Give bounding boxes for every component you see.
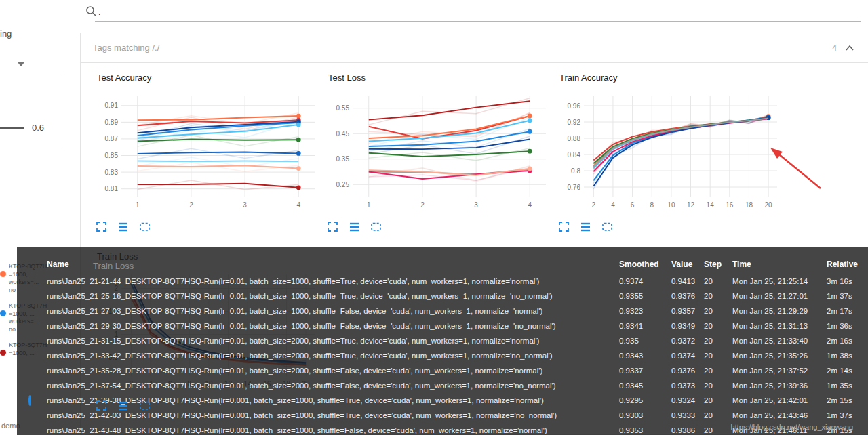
data-series-icon[interactable]	[580, 221, 591, 232]
svg-text:2: 2	[592, 201, 596, 209]
column-header-value: Value	[671, 257, 704, 272]
cell-value: 0.9349	[671, 318, 704, 333]
cell-time: Mon Jan 25, 21:25:14	[732, 274, 827, 289]
expand-chart-icon[interactable]	[327, 221, 338, 232]
cell-time: Mon Jan 25, 21:39:36	[732, 378, 827, 393]
tag-filter-row: .	[80, 0, 868, 27]
chart-title: Test Loss	[327, 72, 553, 90]
svg-text:0.85: 0.85	[105, 152, 119, 159]
svg-text:0.91: 0.91	[105, 102, 119, 109]
expand-chart-icon[interactable]	[96, 400, 107, 411]
svg-text:4: 4	[611, 201, 615, 209]
svg-text:2: 2	[189, 201, 193, 209]
chart-toolbar	[96, 394, 321, 417]
svg-text:0.76: 0.76	[568, 184, 581, 191]
cell-time: Mon Jan 25, 21:43:46	[732, 408, 827, 423]
run-color-cell	[17, 348, 47, 363]
chart-plot[interactable]: 0.810.830.850.870.890.911234	[96, 90, 321, 212]
svg-text:14: 14	[707, 201, 715, 209]
search-underline	[95, 21, 861, 22]
table-row: runs\Jan25_21-21-44_DESKTOP-8QT7HSQ-Run(…	[17, 274, 868, 289]
chart-plot[interactable]: 0.760.80.840.880.920.962468101214161820	[558, 90, 784, 212]
run-toggle-dot[interactable]	[0, 271, 6, 277]
chart-test-loss: Test Loss0.250.350.450.551234	[327, 72, 553, 238]
cell-step: 20	[704, 348, 732, 363]
cell-name: runs\Jan25_21-43-48_DESKTOP-8QT7HSQ-Run(…	[47, 423, 619, 435]
svg-text:0.55: 0.55	[336, 104, 350, 112]
fit-domain-icon[interactable]	[601, 221, 613, 232]
cell-time: Mon Jan 25, 21:33:40	[732, 333, 827, 348]
svg-text:0.81: 0.81	[105, 185, 119, 192]
cell-time: Mon Jan 25, 21:29:29	[732, 304, 827, 318]
svg-text:4: 4	[296, 201, 300, 209]
cell-step: 20	[704, 333, 732, 348]
cell-value: 0.9357	[671, 304, 704, 318]
cell-smoothed: 0.9343	[619, 348, 671, 363]
cell-name: runs\Jan25_21-29-30_DESKTOP-8QT7HSQ-Run(…	[47, 318, 619, 333]
cell-smoothed: 0.9355	[619, 289, 671, 304]
cell-name: runs\Jan25_21-25-16_DESKTOP-8QT7HSQ-Run(…	[47, 289, 619, 304]
svg-text:6: 6	[631, 201, 635, 209]
run-color-cell	[17, 274, 47, 289]
fit-domain-icon[interactable]	[139, 221, 151, 232]
cell-step: 20	[704, 274, 732, 289]
sidebar-divider	[0, 148, 61, 148]
fit-domain-icon[interactable]	[370, 221, 382, 232]
cell-name: runs\Jan25_21-27-03_DESKTOP-8QT7HSQ-Run(…	[47, 304, 619, 318]
tag-filter-input[interactable]: .	[98, 7, 101, 17]
search-icon	[85, 5, 98, 18]
svg-text:3: 3	[474, 201, 478, 209]
cell-step: 20	[704, 393, 732, 408]
cell-step: 20	[704, 378, 732, 393]
annotation-arrow-icon	[765, 144, 829, 194]
cell-relative: 1m 36s	[827, 318, 868, 333]
dimmed-chart-title: Train Loss	[93, 261, 134, 271]
cell-time: Mon Jan 25, 21:31:13	[732, 318, 827, 333]
run-color-cell	[17, 363, 47, 378]
cell-relative: 2m 16s	[827, 333, 868, 348]
svg-text:0.88: 0.88	[568, 135, 581, 142]
data-series-icon[interactable]	[349, 221, 360, 232]
data-series-icon[interactable]	[117, 400, 129, 411]
table-row: runs\Jan25_21-29-30_DESKTOP-8QT7HSQ-Run(…	[17, 318, 868, 333]
cell-relative: 1m 37s	[827, 408, 868, 423]
cell-relative: 3m 16s	[827, 274, 868, 289]
chart-train-accuracy: Train Accuracy0.760.80.840.880.920.96246…	[558, 72, 784, 238]
svg-text:1: 1	[136, 201, 140, 209]
smoothing-slider[interactable]	[0, 127, 24, 129]
horizontal-axis-select[interactable]	[0, 58, 61, 73]
svg-text:8: 8	[650, 201, 654, 209]
cell-value: 0.9386	[671, 423, 704, 435]
cell-smoothed: 0.9303	[619, 408, 671, 423]
svg-text:20: 20	[765, 201, 773, 209]
cell-name: runs\Jan25_21-33-42_DESKTOP-8QT7HSQ-Run(…	[47, 348, 619, 363]
cell-relative: 2m 17s	[827, 304, 868, 318]
svg-text:2: 2	[420, 201, 425, 209]
run-color-cell	[17, 333, 47, 348]
expand-chart-icon[interactable]	[558, 221, 570, 232]
tags-card-header[interactable]: Tags matching /./ 4	[81, 33, 868, 63]
cell-time: Mon Jan 25, 21:42:01	[732, 393, 827, 408]
svg-text:12: 12	[687, 201, 695, 209]
fit-domain-icon[interactable]	[139, 400, 151, 411]
cell-smoothed: 0.9295	[619, 393, 671, 408]
svg-text:3: 3	[243, 201, 247, 209]
run-toggle-dot[interactable]	[0, 310, 6, 316]
table-row: runs\Jan25_21-25-16_DESKTOP-8QT7HSQ-Run(…	[17, 289, 868, 304]
chart-plot[interactable]: 0.250.350.450.551234	[327, 90, 553, 212]
tooltip-table-header: NameSmoothedValueStepTimeRelative	[17, 257, 868, 272]
header-spacer	[17, 257, 47, 272]
cell-name: runs\Jan25_21-35-28_DESKTOP-8QT7HSQ-Run(…	[47, 363, 619, 378]
svg-text:10: 10	[667, 201, 675, 209]
cell-name: runs\Jan25_21-37-54_DESKTOP-8QT7HSQ-Run(…	[47, 378, 619, 393]
cell-smoothed: 0.9323	[619, 304, 671, 318]
table-row: runs\Jan25_21-27-03_DESKTOP-8QT7HSQ-Run(…	[17, 304, 868, 318]
cell-relative: 1m 38s	[827, 348, 868, 363]
data-series-icon[interactable]	[117, 221, 129, 232]
run-toggle-dot[interactable]	[0, 350, 6, 356]
cell-value: 0.9376	[671, 363, 704, 378]
cell-value: 0.9413	[671, 274, 704, 289]
expand-chart-icon[interactable]	[96, 221, 107, 232]
column-header-relative: Relative	[827, 257, 868, 272]
chevron-up-icon[interactable]	[845, 44, 854, 52]
